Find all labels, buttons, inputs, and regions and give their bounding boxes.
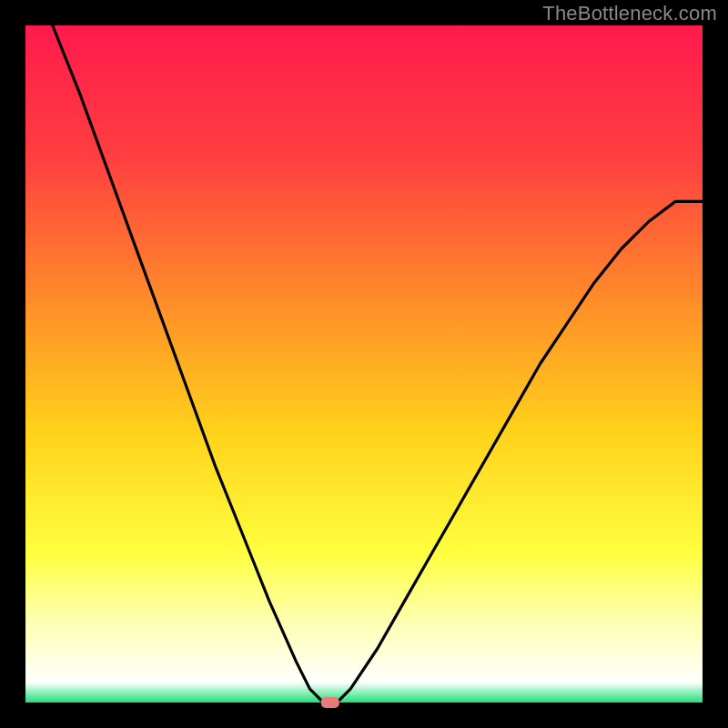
watermark-text: TheBottleneck.com xyxy=(542,2,717,25)
chart-frame: TheBottleneck.com xyxy=(0,0,728,728)
bottleneck-chart xyxy=(0,0,728,728)
chart-background xyxy=(25,25,703,703)
optimal-point-marker xyxy=(321,697,339,708)
